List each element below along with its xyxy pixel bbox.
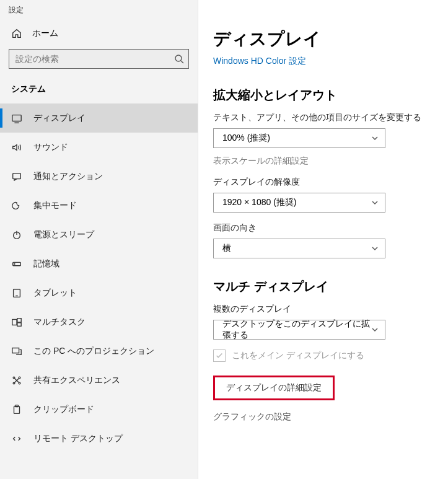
- shared-icon: [11, 375, 22, 386]
- scale-select[interactable]: 100% (推奨): [213, 128, 385, 148]
- sidebar-item-label: 共有エクスペリエンス: [33, 375, 120, 386]
- sidebar-item-sound[interactable]: サウンド: [0, 133, 198, 162]
- sidebar-item-remote[interactable]: リモート デスクトップ: [0, 424, 198, 453]
- chevron-down-icon: [371, 134, 379, 142]
- notifications-icon: [11, 171, 22, 182]
- svg-rect-14: [12, 348, 19, 353]
- remote-icon: [11, 433, 22, 444]
- sidebar-item-label: サウンド: [33, 142, 68, 153]
- sidebar-item-label: 電源とスリープ: [33, 229, 94, 240]
- window-title: 設定: [0, 2, 198, 22]
- multitasking-icon: [11, 317, 22, 328]
- main-display-checkbox-label: これをメイン ディスプレイにする: [232, 350, 364, 361]
- sidebar-item-notifications[interactable]: 通知とアクション: [0, 162, 198, 191]
- search-icon: [174, 54, 184, 64]
- hdcolor-link[interactable]: Windows HD Color 設定: [213, 56, 448, 67]
- svg-rect-13: [17, 322, 21, 325]
- sidebar-item-label: リモート デスクトップ: [33, 433, 123, 444]
- svg-point-8: [14, 263, 15, 264]
- svg-line-1: [181, 61, 183, 63]
- advanced-display-link[interactable]: ディスプレイの詳細設定: [213, 376, 335, 400]
- checkbox-icon: [213, 349, 226, 362]
- multi-label: 複数のディスプレイ: [213, 304, 448, 315]
- sidebar-item-clipboard[interactable]: クリップボード: [0, 395, 198, 424]
- main-content: ディスプレイ Windows HD Color 設定 拡大縮小とレイアウト テキ…: [198, 0, 448, 479]
- svg-point-16: [19, 377, 20, 379]
- sidebar-item-label: 記憶域: [33, 258, 59, 270]
- clipboard-icon: [11, 404, 22, 415]
- sidebar-item-label: クリップボード: [33, 404, 94, 415]
- sidebar-item-label: ディスプレイ: [33, 113, 86, 124]
- orientation-value: 横: [222, 243, 231, 254]
- sidebar: 設定 ホーム システム ディスプレイ サウンド 通知と: [0, 0, 198, 479]
- svg-point-0: [175, 55, 182, 61]
- resolution-select[interactable]: 1920 × 1080 (推奨): [213, 193, 385, 213]
- svg-rect-19: [14, 406, 20, 413]
- chevron-down-icon: [371, 326, 379, 333]
- sidebar-item-multitasking[interactable]: マルチタスク: [0, 307, 198, 336]
- multi-value: デスクトップをこのディスプレイに拡張する: [222, 319, 371, 341]
- sidebar-item-focus[interactable]: 集中モード: [0, 191, 198, 220]
- sidebar-item-power[interactable]: 電源とスリープ: [0, 220, 198, 249]
- power-icon: [11, 229, 22, 240]
- chevron-down-icon: [371, 199, 379, 206]
- home-icon: [11, 28, 22, 39]
- sidebar-section-header: システム: [0, 80, 198, 103]
- search-input[interactable]: [9, 49, 189, 69]
- resolution-value: 1920 × 1080 (推奨): [222, 197, 296, 208]
- display-icon: [11, 113, 22, 124]
- sidebar-item-label: 集中モード: [33, 200, 77, 211]
- sidebar-item-label: この PC へのプロジェクション: [33, 346, 154, 357]
- focus-icon: [11, 200, 22, 211]
- svg-rect-11: [12, 319, 17, 325]
- chevron-down-icon: [371, 245, 379, 252]
- sidebar-item-shared[interactable]: 共有エクスペリエンス: [0, 366, 198, 395]
- sidebar-item-label: マルチタスク: [33, 317, 86, 328]
- storage-icon: [11, 258, 22, 270]
- svg-rect-12: [17, 318, 21, 322]
- home-label: ホーム: [32, 28, 58, 39]
- orientation-select[interactable]: 横: [213, 239, 385, 258]
- scale-heading: 拡大縮小とレイアウト: [213, 87, 448, 103]
- home-button[interactable]: ホーム: [0, 22, 198, 45]
- graphics-link[interactable]: グラフィックの設定: [213, 411, 448, 423]
- svg-rect-2: [12, 115, 21, 121]
- page-title: ディスプレイ: [213, 27, 448, 51]
- svg-point-17: [13, 382, 15, 384]
- svg-point-18: [19, 382, 20, 384]
- projection-icon: [11, 346, 22, 357]
- svg-rect-4: [13, 173, 21, 178]
- scale-value: 100% (推奨): [222, 133, 270, 144]
- search-wrap: [9, 49, 189, 69]
- main-display-checkbox: これをメイン ディスプレイにする: [213, 349, 448, 362]
- sidebar-item-label: タブレット: [33, 288, 77, 299]
- tablet-icon: [11, 288, 22, 299]
- scale-label: テキスト、アプリ、その他の項目のサイズを変更する: [213, 112, 448, 123]
- advanced-scale-link[interactable]: 表示スケールの詳細設定: [213, 156, 448, 167]
- sidebar-item-projection[interactable]: この PC へのプロジェクション: [0, 336, 198, 366]
- orientation-label: 画面の向き: [213, 222, 448, 234]
- sidebar-item-label: 通知とアクション: [33, 171, 103, 182]
- sidebar-item-display[interactable]: ディスプレイ: [0, 103, 198, 133]
- sidebar-item-storage[interactable]: 記憶域: [0, 249, 198, 278]
- resolution-label: ディスプレイの解像度: [213, 177, 448, 188]
- svg-point-15: [13, 377, 15, 379]
- sound-icon: [11, 142, 22, 153]
- multi-select[interactable]: デスクトップをこのディスプレイに拡張する: [213, 320, 385, 340]
- multi-heading: マルチ ディスプレイ: [213, 278, 448, 295]
- sidebar-item-tablet[interactable]: タブレット: [0, 278, 198, 307]
